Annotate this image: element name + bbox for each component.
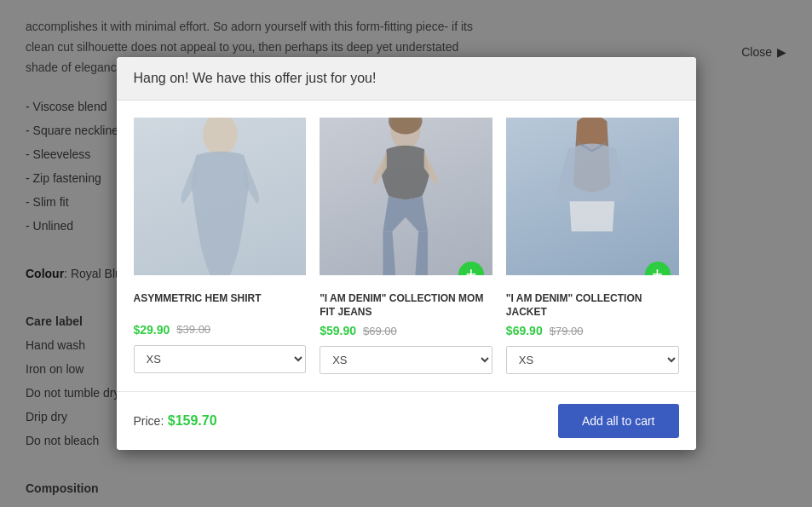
sale-price-2: $59.90	[320, 324, 356, 337]
size-select-3[interactable]: XS S M L XL	[506, 346, 679, 374]
product-name-1: ASYMMETRIC HEM SHIRT	[134, 292, 262, 318]
sale-price-1: $29.90	[134, 323, 170, 337]
product-image-2: +	[320, 118, 492, 275]
product-prices-1: $29.90 $39.00	[134, 323, 211, 337]
product-card-1: ASYMMETRIC HEM SHIRT $29.90 $39.00 XS S …	[134, 118, 307, 374]
modal-overlay: Hang on! We have this offer just for you…	[0, 0, 812, 507]
original-price-3: $79.00	[550, 325, 584, 337]
product-silhouette-1	[134, 118, 307, 275]
add-all-button[interactable]: Add all to cart	[558, 404, 679, 438]
product-silhouette-3	[506, 118, 679, 275]
offer-modal: Hang on! We have this offer just for you…	[117, 57, 696, 450]
product-name-2: "I AM DENIM" COLLECTION MOM FIT JEANS	[320, 292, 492, 319]
size-select-2[interactable]: XS S M L XL	[320, 346, 492, 374]
product-prices-2: $59.90 $69.00	[320, 324, 397, 337]
product-silhouette-2	[320, 118, 492, 275]
product-card-3: + "I AM DENIM" COLLECTION JACKET $69.90 …	[506, 118, 679, 374]
product-name-3: "I AM DENIM" COLLECTION JACKET	[506, 292, 679, 319]
product-card-2: + "I AM DENIM" COLLECTION MOM FIT JEANS …	[320, 118, 492, 374]
original-price-1: $39.00	[176, 323, 210, 336]
product-image-3: +	[506, 118, 679, 275]
modal-header: Hang on! We have this offer just for you…	[117, 57, 696, 101]
price-label: Price:	[134, 414, 164, 428]
size-select-1[interactable]: XS S M L XL	[134, 345, 307, 373]
sale-price-3: $69.90	[506, 324, 543, 337]
modal-footer: Price: $159.70 Add all to cart	[117, 391, 696, 450]
modal-body: ASYMMETRIC HEM SHIRT $29.90 $39.00 XS S …	[117, 101, 696, 391]
product-prices-3: $69.90 $79.00	[506, 324, 584, 337]
price-total: Price: $159.70	[134, 413, 217, 429]
svg-point-0	[203, 118, 238, 156]
modal-title: Hang on! We have this offer just for you…	[134, 71, 377, 85]
product-image-1	[134, 118, 307, 275]
total-price: $159.70	[168, 413, 217, 428]
original-price-2: $69.00	[363, 325, 397, 337]
